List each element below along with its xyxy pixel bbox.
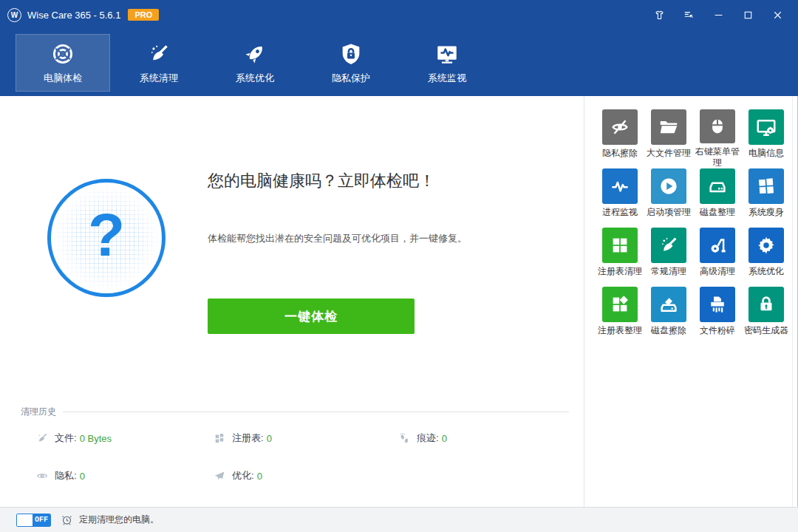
tool-registry-defrag[interactable]: 注册表整理 <box>596 287 644 346</box>
tools-sidebar: 隐私擦除 大文件管理 右键菜单管理 电脑信息 进程监视 <box>584 96 792 507</box>
stat-registry: 注册表: 0 <box>213 431 272 446</box>
minimize-button[interactable] <box>703 0 733 30</box>
scheduled-clean-toggle[interactable]: OFF <box>16 514 51 527</box>
wise-care-window: W Wise Care 365 - 5.6.1 PRO <box>0 0 798 532</box>
statusbar-message: 定期清理您的电脑。 <box>79 514 159 526</box>
sidebar-scrollbar[interactable] <box>792 96 793 507</box>
tool-system-slimming[interactable]: 系统瘦身 <box>742 168 791 228</box>
main-nav: 电脑体检 系统清理 系统优化 <box>0 30 798 96</box>
tool-startup-manager[interactable]: 启动项管理 <box>644 168 693 228</box>
statusbar: OFF 定期清理您的电脑。 <box>0 507 798 532</box>
grid-icon <box>602 228 638 263</box>
shield-lock-icon <box>338 41 364 66</box>
tool-system-tuneup[interactable]: 系统优化 <box>742 228 791 287</box>
lock-icon <box>748 287 784 322</box>
tool-big-file-manager[interactable]: 大文件管理 <box>644 109 693 168</box>
pulse-icon <box>602 168 638 204</box>
stat-privacy: 隐私: 0 <box>35 468 85 483</box>
tab-system-tuneup[interactable]: 系统优化 <box>208 34 302 92</box>
toggle-knob <box>17 514 33 526</box>
broom-icon <box>35 432 49 445</box>
stat-traces: 痕迹: 0 <box>398 431 447 446</box>
checkup-subtitle: 体检能帮您找出潜在的安全问题及可优化项目，并一键修复。 <box>208 232 467 245</box>
theme-shirt-icon[interactable] <box>644 0 674 30</box>
tool-advanced-cleaner[interactable]: 高级清理 <box>693 228 742 287</box>
alarm-clock-icon <box>61 514 73 526</box>
broom-icon <box>146 41 171 66</box>
one-key-checkup-button[interactable]: 一键体检 <box>208 299 415 334</box>
eye-clock-icon <box>35 469 49 482</box>
tool-context-menu-manager[interactable]: 右键菜单管理 <box>693 109 742 168</box>
scan-icon <box>50 41 75 66</box>
cleanup-history-title: 清理历史 <box>21 406 56 418</box>
broom-icon <box>651 228 686 263</box>
question-mark: ? <box>51 183 162 293</box>
registry-blocks-icon <box>213 432 226 445</box>
rocket-icon <box>242 41 267 66</box>
pro-badge[interactable]: PRO <box>128 9 159 21</box>
tool-password-generator[interactable]: 密码生成器 <box>742 287 791 346</box>
eye-off-icon <box>602 109 638 145</box>
tool-pc-info[interactable]: 电脑信息 <box>742 109 791 168</box>
maximize-button[interactable] <box>733 0 763 30</box>
close-button[interactable] <box>763 0 792 30</box>
health-status-circle: ? <box>47 179 166 297</box>
app-logo-icon: W <box>7 8 21 22</box>
history-divider <box>63 412 569 412</box>
tool-registry-cleaner[interactable]: 注册表清理 <box>596 228 644 287</box>
stat-tuneup: 优化: 0 <box>213 468 262 483</box>
vacuum-icon <box>700 228 735 263</box>
gear-icon <box>748 228 784 263</box>
monitor-pulse-icon <box>434 41 460 66</box>
window-panes-icon <box>748 168 784 204</box>
tool-disk-eraser[interactable]: 磁盘擦除 <box>644 287 693 346</box>
tab-system-monitor[interactable]: 系统监视 <box>400 34 494 92</box>
footprint-icon <box>398 432 411 445</box>
disk-eraser-icon <box>651 287 686 322</box>
tool-file-shredder[interactable]: 文件粉碎 <box>693 287 742 346</box>
shredder-icon <box>700 287 735 322</box>
titlebar: W Wise Care 365 - 5.6.1 PRO <box>0 0 798 30</box>
tab-system-cleaner[interactable]: 系统清理 <box>112 34 206 92</box>
tool-privacy-eraser[interactable]: 隐私擦除 <box>596 109 644 168</box>
toggle-state-label: OFF <box>33 514 50 526</box>
checkup-heading: 您的电脑健康吗？立即体检吧！ <box>208 170 435 192</box>
menu-icon[interactable] <box>674 0 703 30</box>
tab-privacy-protector[interactable]: 隐私保护 <box>304 34 398 92</box>
tool-disk-defrag[interactable]: 磁盘整理 <box>693 168 742 228</box>
tool-common-cleaner[interactable]: 常规清理 <box>644 228 693 287</box>
hdd-icon <box>700 168 735 204</box>
tab-pc-checkup[interactable]: 电脑体检 <box>16 34 110 92</box>
monitor-gear-icon <box>748 109 784 145</box>
tool-process-monitor[interactable]: 进程监视 <box>596 168 644 228</box>
play-icon <box>651 168 686 204</box>
stat-files: 文件: 0 Bytes <box>35 431 112 446</box>
checkup-panel: ? 您的电脑健康吗？立即体检吧！ 体检能帮您找出潜在的安全问题及可优化项目，并一… <box>0 96 584 507</box>
paper-plane-icon <box>213 469 226 482</box>
mouse-icon <box>700 109 735 143</box>
folder-icon <box>651 109 686 145</box>
grid-diamond-icon <box>602 287 638 322</box>
app-title: Wise Care 365 - 5.6.1 <box>27 10 120 21</box>
